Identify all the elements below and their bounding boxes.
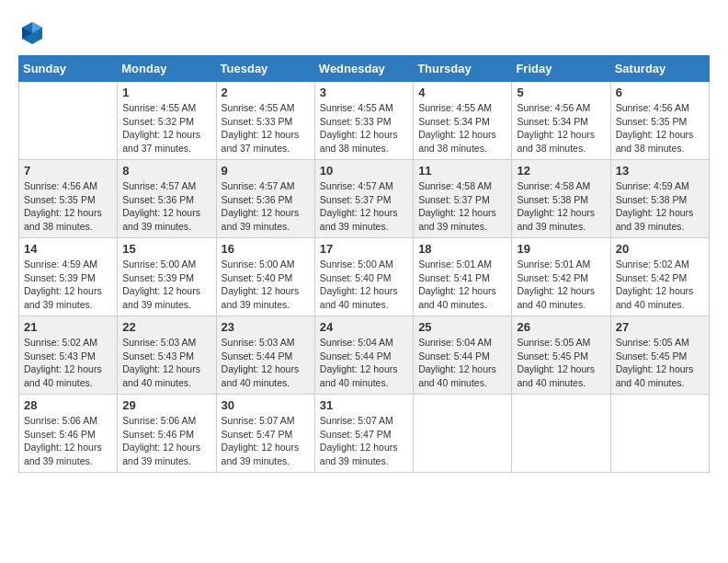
calendar-cell: 12Sunrise: 4:58 AM Sunset: 5:38 PM Dayli… [512, 160, 610, 238]
calendar-cell: 27Sunrise: 5:05 AM Sunset: 5:45 PM Dayli… [610, 316, 709, 395]
page-header [18, 18, 710, 46]
day-info: Sunrise: 4:57 AM Sunset: 5:36 PM Dayligh… [122, 179, 210, 234]
day-number: 1 [122, 86, 210, 99]
day-number: 6 [616, 86, 704, 99]
day-number: 20 [616, 242, 704, 256]
day-info: Sunrise: 5:01 AM Sunset: 5:41 PM Dayligh… [418, 258, 506, 312]
calendar-cell: 16Sunrise: 5:00 AM Sunset: 5:40 PM Dayli… [216, 238, 314, 316]
day-number: 27 [616, 320, 704, 334]
calendar-cell [512, 395, 610, 473]
calendar-cell: 28Sunrise: 5:06 AM Sunset: 5:46 PM Dayli… [19, 395, 118, 473]
day-info: Sunrise: 4:59 AM Sunset: 5:38 PM Dayligh… [616, 179, 704, 234]
day-number: 23 [222, 320, 310, 334]
day-info: Sunrise: 5:00 AM Sunset: 5:39 PM Dayligh… [122, 258, 210, 312]
day-info: Sunrise: 5:03 AM Sunset: 5:44 PM Dayligh… [222, 336, 310, 390]
day-number: 26 [517, 320, 605, 334]
calendar-header-thursday: Thursday [414, 56, 512, 82]
day-info: Sunrise: 4:55 AM Sunset: 5:33 PM Dayligh… [222, 101, 310, 155]
day-number: 9 [222, 164, 310, 178]
day-info: Sunrise: 5:05 AM Sunset: 5:45 PM Dayligh… [616, 336, 704, 390]
day-number: 24 [320, 320, 408, 334]
calendar-week-2: 7Sunrise: 4:56 AM Sunset: 5:35 PM Daylig… [19, 160, 710, 238]
calendar-cell: 15Sunrise: 5:00 AM Sunset: 5:39 PM Dayli… [118, 238, 216, 316]
day-info: Sunrise: 5:02 AM Sunset: 5:42 PM Dayligh… [616, 258, 704, 312]
day-number: 19 [517, 242, 605, 256]
day-info: Sunrise: 4:55 AM Sunset: 5:33 PM Dayligh… [320, 101, 408, 155]
day-info: Sunrise: 4:55 AM Sunset: 5:34 PM Dayligh… [418, 101, 506, 155]
day-info: Sunrise: 5:02 AM Sunset: 5:43 PM Dayligh… [24, 336, 112, 390]
day-info: Sunrise: 5:00 AM Sunset: 5:40 PM Dayligh… [222, 258, 310, 312]
day-number: 13 [616, 164, 704, 178]
day-info: Sunrise: 4:56 AM Sunset: 5:35 PM Dayligh… [24, 179, 112, 234]
calendar-cell: 18Sunrise: 5:01 AM Sunset: 5:41 PM Dayli… [414, 238, 512, 316]
calendar-cell [414, 395, 512, 473]
calendar-cell: 23Sunrise: 5:03 AM Sunset: 5:44 PM Dayli… [216, 316, 314, 395]
logo [18, 18, 50, 46]
calendar-cell: 13Sunrise: 4:59 AM Sunset: 5:38 PM Dayli… [610, 160, 709, 238]
day-info: Sunrise: 5:04 AM Sunset: 5:44 PM Dayligh… [320, 336, 408, 390]
day-number: 29 [122, 398, 210, 412]
calendar-cell: 31Sunrise: 5:07 AM Sunset: 5:47 PM Dayli… [314, 395, 413, 473]
day-number: 21 [24, 320, 112, 334]
calendar-cell: 30Sunrise: 5:07 AM Sunset: 5:47 PM Dayli… [216, 395, 314, 473]
day-number: 12 [517, 164, 605, 178]
calendar-cell: 7Sunrise: 4:56 AM Sunset: 5:35 PM Daylig… [19, 160, 118, 238]
day-info: Sunrise: 4:58 AM Sunset: 5:38 PM Dayligh… [517, 179, 605, 234]
day-info: Sunrise: 5:01 AM Sunset: 5:42 PM Dayligh… [517, 258, 605, 312]
calendar-cell: 19Sunrise: 5:01 AM Sunset: 5:42 PM Dayli… [512, 238, 610, 316]
day-number: 15 [122, 242, 210, 256]
day-info: Sunrise: 5:06 AM Sunset: 5:46 PM Dayligh… [24, 414, 112, 468]
calendar-cell: 14Sunrise: 4:59 AM Sunset: 5:39 PM Dayli… [19, 238, 118, 316]
day-info: Sunrise: 5:04 AM Sunset: 5:44 PM Dayligh… [418, 336, 506, 390]
calendar-cell: 22Sunrise: 5:03 AM Sunset: 5:43 PM Dayli… [118, 316, 216, 395]
calendar-cell: 3Sunrise: 4:55 AM Sunset: 5:33 PM Daylig… [314, 82, 413, 160]
day-info: Sunrise: 5:05 AM Sunset: 5:45 PM Dayligh… [517, 336, 605, 390]
day-info: Sunrise: 4:56 AM Sunset: 5:34 PM Dayligh… [517, 101, 605, 155]
day-number: 28 [24, 398, 112, 412]
calendar-cell: 9Sunrise: 4:57 AM Sunset: 5:36 PM Daylig… [216, 160, 314, 238]
day-number: 17 [320, 242, 408, 256]
day-info: Sunrise: 5:00 AM Sunset: 5:40 PM Dayligh… [320, 258, 408, 312]
calendar-week-1: 1Sunrise: 4:55 AM Sunset: 5:32 PM Daylig… [19, 82, 710, 160]
calendar-header-wednesday: Wednesday [314, 56, 413, 82]
calendar-header-monday: Monday [118, 56, 216, 82]
day-info: Sunrise: 4:57 AM Sunset: 5:36 PM Dayligh… [222, 179, 310, 234]
calendar-cell: 4Sunrise: 4:55 AM Sunset: 5:34 PM Daylig… [414, 82, 512, 160]
day-number: 8 [122, 164, 210, 178]
calendar-cell: 6Sunrise: 4:56 AM Sunset: 5:35 PM Daylig… [610, 82, 709, 160]
calendar-cell: 17Sunrise: 5:00 AM Sunset: 5:40 PM Dayli… [314, 238, 413, 316]
calendar-header-tuesday: Tuesday [216, 56, 314, 82]
calendar-cell: 5Sunrise: 4:56 AM Sunset: 5:34 PM Daylig… [512, 82, 610, 160]
day-info: Sunrise: 5:07 AM Sunset: 5:47 PM Dayligh… [222, 414, 310, 468]
calendar-cell: 21Sunrise: 5:02 AM Sunset: 5:43 PM Dayli… [19, 316, 118, 395]
calendar-cell: 2Sunrise: 4:55 AM Sunset: 5:33 PM Daylig… [216, 82, 314, 160]
day-number: 25 [418, 320, 506, 334]
day-number: 30 [222, 398, 310, 412]
day-number: 16 [222, 242, 310, 256]
day-number: 22 [122, 320, 210, 334]
calendar-table: SundayMondayTuesdayWednesdayThursdayFrid… [18, 55, 710, 473]
day-info: Sunrise: 5:03 AM Sunset: 5:43 PM Dayligh… [122, 336, 210, 390]
day-number: 10 [320, 164, 408, 178]
day-number: 11 [418, 164, 506, 178]
day-info: Sunrise: 4:59 AM Sunset: 5:39 PM Dayligh… [24, 258, 112, 312]
calendar-header-sunday: Sunday [19, 56, 118, 82]
calendar-week-3: 14Sunrise: 4:59 AM Sunset: 5:39 PM Dayli… [19, 238, 710, 316]
calendar-week-5: 28Sunrise: 5:06 AM Sunset: 5:46 PM Dayli… [19, 395, 710, 473]
calendar-header-friday: Friday [512, 56, 610, 82]
calendar-cell: 1Sunrise: 4:55 AM Sunset: 5:32 PM Daylig… [118, 82, 216, 160]
logo-icon [18, 18, 46, 46]
day-number: 4 [418, 86, 506, 99]
calendar-cell: 24Sunrise: 5:04 AM Sunset: 5:44 PM Dayli… [314, 316, 413, 395]
day-number: 18 [418, 242, 506, 256]
calendar-header-row: SundayMondayTuesdayWednesdayThursdayFrid… [19, 56, 710, 82]
day-info: Sunrise: 4:58 AM Sunset: 5:37 PM Dayligh… [418, 179, 506, 234]
calendar-cell [19, 82, 118, 160]
calendar-week-4: 21Sunrise: 5:02 AM Sunset: 5:43 PM Dayli… [19, 316, 710, 395]
calendar-cell: 25Sunrise: 5:04 AM Sunset: 5:44 PM Dayli… [414, 316, 512, 395]
day-number: 14 [24, 242, 112, 256]
day-info: Sunrise: 5:07 AM Sunset: 5:47 PM Dayligh… [320, 414, 408, 468]
day-info: Sunrise: 4:56 AM Sunset: 5:35 PM Dayligh… [616, 101, 704, 155]
calendar-cell: 11Sunrise: 4:58 AM Sunset: 5:37 PM Dayli… [414, 160, 512, 238]
day-info: Sunrise: 4:55 AM Sunset: 5:32 PM Dayligh… [122, 101, 210, 155]
